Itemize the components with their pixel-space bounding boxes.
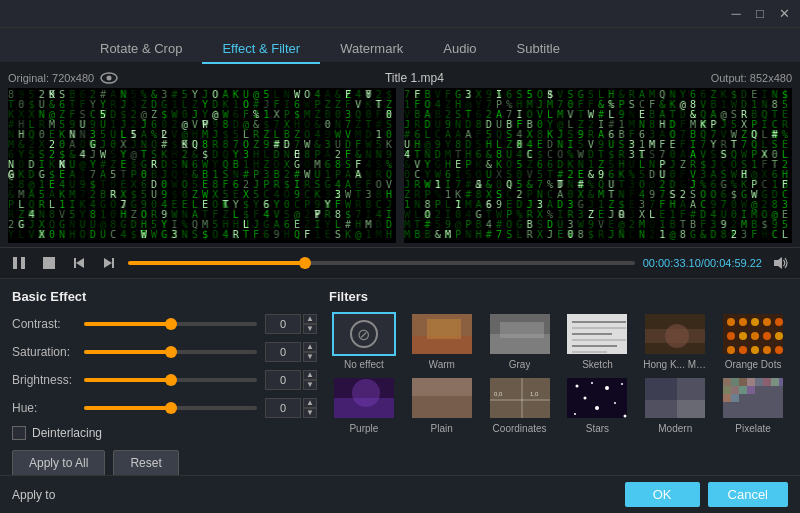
svg-rect-69 xyxy=(747,378,755,386)
filter-stars[interactable]: Stars xyxy=(563,376,633,434)
filters-grid: ⊘ No effect Warm xyxy=(329,312,788,434)
volume-button[interactable] xyxy=(770,252,792,274)
progress-thumb[interactable] xyxy=(299,257,311,269)
contrast-slider[interactable] xyxy=(84,322,257,326)
filter-no-effect[interactable]: ⊘ No effect xyxy=(329,312,399,370)
filters-panel: Filters ⊘ No effect xyxy=(317,289,788,476)
svg-point-32 xyxy=(727,332,735,340)
svg-point-29 xyxy=(751,318,759,326)
svg-point-56 xyxy=(621,383,623,385)
filter-purple[interactable]: Purple xyxy=(329,376,399,434)
filter-pixelate[interactable]: Pixelate xyxy=(718,376,788,434)
svg-rect-8 xyxy=(112,258,114,268)
filter-coordinates[interactable]: 0,0 1,0 Coordinates xyxy=(485,376,555,434)
svg-point-35 xyxy=(763,332,771,340)
progress-bar[interactable] xyxy=(128,261,635,265)
video-info-row: Original: 720x480 Title 1.mp4 Output: 85… xyxy=(8,68,792,88)
svg-rect-47 xyxy=(490,378,552,420)
filter-sketch[interactable]: Sketch xyxy=(563,312,633,370)
filter-warm[interactable]: Warm xyxy=(407,312,477,370)
saturation-spinner[interactable]: ▲ ▼ xyxy=(303,342,317,362)
svg-rect-66 xyxy=(723,378,731,386)
svg-rect-74 xyxy=(723,386,731,394)
svg-text:1,0: 1,0 xyxy=(530,391,539,397)
svg-rect-78 xyxy=(723,394,731,402)
output-preview xyxy=(404,88,792,243)
contrast-down[interactable]: ▼ xyxy=(303,324,317,334)
hue-up[interactable]: ▲ xyxy=(303,398,317,408)
reset-button[interactable]: Reset xyxy=(113,450,178,476)
saturation-up[interactable]: ▲ xyxy=(303,342,317,352)
eye-icon[interactable] xyxy=(100,72,118,84)
svg-rect-52 xyxy=(567,378,629,420)
apply-to-all-button[interactable]: Apply to All xyxy=(12,450,105,476)
svg-rect-70 xyxy=(755,378,763,386)
svg-point-28 xyxy=(739,318,747,326)
stop-button[interactable] xyxy=(38,252,60,274)
maximize-button[interactable]: □ xyxy=(752,6,768,22)
saturation-down[interactable]: ▼ xyxy=(303,352,317,362)
svg-rect-71 xyxy=(763,378,771,386)
tab-subtitle[interactable]: Subtitle xyxy=(497,35,580,64)
pause-button[interactable] xyxy=(8,252,30,274)
filter-label-sketch: Sketch xyxy=(582,359,613,370)
svg-rect-64 xyxy=(677,400,707,420)
brightness-down[interactable]: ▼ xyxy=(303,380,317,390)
deinterlace-checkbox[interactable] xyxy=(12,426,26,440)
filter-thumb-purple xyxy=(332,376,396,420)
time-display: 00:00:33.10/00:04:59.22 xyxy=(643,257,762,269)
hue-spinner[interactable]: ▲ ▼ xyxy=(303,398,317,418)
filter-hk-movie[interactable]: Hong K... Movie xyxy=(640,312,710,370)
no-effect-icon: ⊘ xyxy=(350,320,378,348)
svg-point-44 xyxy=(352,379,380,407)
filters-title: Filters xyxy=(329,289,788,304)
ok-button[interactable]: OK xyxy=(625,482,700,507)
saturation-slider[interactable] xyxy=(84,350,257,354)
brightness-spinner[interactable]: ▲ ▼ xyxy=(303,370,317,390)
svg-point-37 xyxy=(727,346,735,354)
svg-rect-4 xyxy=(43,257,55,269)
tab-watermark[interactable]: Watermark xyxy=(320,35,423,64)
filter-thumb-coordinates: 0,0 1,0 xyxy=(488,376,552,420)
svg-rect-12 xyxy=(427,319,461,339)
close-button[interactable]: ✕ xyxy=(776,6,792,22)
svg-point-55 xyxy=(605,386,609,390)
svg-point-59 xyxy=(595,406,599,410)
filter-modern[interactable]: Modern xyxy=(640,376,710,434)
filter-label-no-effect: No effect xyxy=(344,359,384,370)
tab-effect-filter[interactable]: Effect & Filter xyxy=(202,35,320,64)
title-bar: ─ □ ✕ xyxy=(0,0,800,28)
original-info: Original: 720x480 xyxy=(8,72,118,84)
contrast-up[interactable]: ▲ xyxy=(303,314,317,324)
original-canvas xyxy=(8,88,396,243)
footer-buttons: OK Cancel xyxy=(625,482,788,507)
main-content: Original: 720x480 Title 1.mp4 Output: 85… xyxy=(0,64,800,513)
svg-point-27 xyxy=(727,318,735,326)
svg-point-25 xyxy=(665,324,689,348)
filter-gray[interactable]: Gray xyxy=(485,312,555,370)
contrast-spinner[interactable]: ▲ ▼ xyxy=(303,314,317,334)
svg-point-40 xyxy=(763,346,771,354)
brightness-value: 0 xyxy=(265,370,301,390)
filter-label-orange-dots: Orange Dots xyxy=(725,359,782,370)
prev-button[interactable] xyxy=(68,252,90,274)
filter-plain[interactable]: Plain xyxy=(407,376,477,434)
filter-label-pixelate: Pixelate xyxy=(735,423,771,434)
filter-thumb-modern xyxy=(643,376,707,420)
cancel-button[interactable]: Cancel xyxy=(708,482,788,507)
minimize-button[interactable]: ─ xyxy=(728,6,744,22)
brightness-up[interactable]: ▲ xyxy=(303,370,317,380)
next-button[interactable] xyxy=(98,252,120,274)
hue-slider[interactable] xyxy=(84,406,257,410)
saturation-row: Saturation: 0 ▲ ▼ xyxy=(12,342,317,362)
tab-audio[interactable]: Audio xyxy=(423,35,496,64)
svg-rect-79 xyxy=(731,394,739,402)
brightness-row: Brightness: 0 ▲ ▼ xyxy=(12,370,317,390)
filter-thumb-plain xyxy=(410,376,474,420)
filter-orange-dots[interactable]: Orange Dots xyxy=(718,312,788,370)
filter-label-gray: Gray xyxy=(509,359,531,370)
brightness-slider[interactable] xyxy=(84,378,257,382)
hue-down[interactable]: ▼ xyxy=(303,408,317,418)
video-title: Title 1.mp4 xyxy=(118,71,710,85)
tab-rotate-crop[interactable]: Rotate & Crop xyxy=(80,35,202,64)
